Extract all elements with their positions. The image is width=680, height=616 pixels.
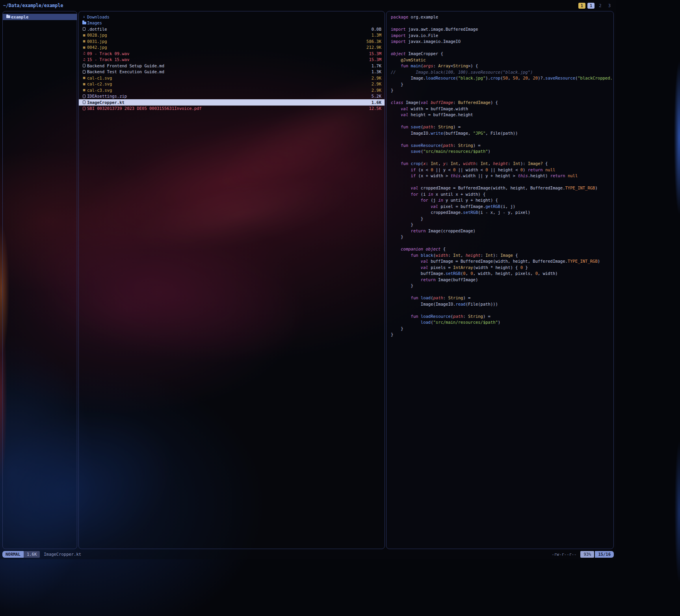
code-line: ImageIO.write(buffImage, "JPG", File(pat… — [391, 130, 613, 137]
file-name: cal-c3.svg — [87, 88, 112, 93]
file-row[interactable]: IDEAsettings.zip5.2K — [79, 93, 385, 100]
code-line: fun main(args: Array<String>) { — [391, 63, 613, 69]
file-row[interactable]: Images — [79, 20, 385, 26]
code-line: class Image(val buffImage: BufferedImage… — [391, 100, 613, 106]
code-line: } — [391, 216, 613, 222]
image-icon: ▦ — [81, 46, 87, 49]
tab-3[interactable]: 3 — [606, 3, 613, 9]
code-line — [391, 94, 613, 100]
archive-icon — [81, 95, 87, 98]
file-size: 0.0B — [368, 27, 381, 32]
code-line: } — [391, 332, 613, 338]
file-size: 1.3K — [368, 69, 381, 74]
file-size: 586.3K — [363, 39, 381, 44]
image-icon: ▦ — [81, 76, 87, 80]
code-line: Image.loadResource("black.jpg").crop(50,… — [391, 75, 613, 82]
image-icon: ▦ — [81, 82, 87, 86]
image-icon: ▦ — [81, 33, 87, 37]
code-line: fun loadResource(path: String) = — [391, 314, 613, 320]
folder-icon — [5, 15, 11, 19]
permissions-text: -rw-r--r-- — [552, 552, 576, 557]
code-line: import java.io.File — [391, 33, 613, 39]
file-row[interactable]: ♫15 - Track 15.wav15.3M — [79, 57, 385, 63]
file-icon — [81, 27, 87, 31]
markdown-icon — [81, 64, 87, 67]
code-line — [391, 20, 613, 27]
file-row[interactable]: ▦cal-c2.svg2.9K — [79, 81, 385, 87]
code-line — [391, 155, 613, 161]
mode-badge: NORMAL — [2, 551, 24, 558]
code-line: fun load(path: String) = — [391, 295, 613, 301]
file-name: 0031.jpg — [87, 39, 107, 44]
file-row[interactable]: ImageCropper.kt1.6K — [79, 99, 385, 106]
code-line — [391, 307, 613, 314]
file-size: 12.5K — [366, 106, 381, 111]
file-name: Downloads — [87, 15, 110, 19]
file-row[interactable]: SBI_0032013739_2023_DE05_0003155631Invoi… — [79, 106, 385, 112]
code-line: } — [391, 87, 613, 94]
kotlin-icon — [81, 100, 87, 104]
file-size: 1.7K — [368, 63, 381, 68]
code-line: val buffImage = BufferedImage(width, hei… — [391, 258, 613, 265]
file-name: ImageCropper.kt — [87, 100, 124, 105]
file-name: cal-c2.svg — [87, 82, 112, 86]
task-count-badge[interactable]: 1 — [578, 3, 585, 9]
code-line: import javax.imageio.ImageIO — [391, 39, 613, 45]
code-line: @JvmStatic — [391, 57, 613, 63]
file-row[interactable]: Backend_Test_Execution_Guide.md1.3K — [79, 69, 385, 75]
code-line: croppedImage.setRGB(i - x, j - y, pixel) — [391, 210, 613, 216]
code-line: if (x + width > this.width || y + height… — [391, 173, 613, 179]
file-row[interactable]: Backend_Frontend_Setup_Guide.md1.7K — [79, 63, 385, 69]
file-size: 2.9K — [368, 88, 381, 93]
file-row[interactable]: ▦0031.jpg586.3K — [79, 38, 385, 45]
file-row[interactable]: .dotfile0.0B — [79, 26, 385, 32]
file-row[interactable]: ▦0042.jpg212.9K — [79, 45, 385, 51]
code-line: val pixel = buffImage.getRGB(i, j) — [391, 204, 613, 210]
file-row[interactable]: ▦cal-c1.svg2.9K — [79, 75, 385, 81]
file-row[interactable]: example — [3, 14, 77, 20]
audio-icon: ♫ — [81, 58, 87, 61]
panes-container: example ↓DownloadsImages.dotfile0.0B▦002… — [2, 11, 614, 549]
file-size: 5.2K — [368, 94, 381, 98]
file-row[interactable]: ↓Downloads — [79, 14, 385, 20]
code-line: load("src/main/resources/$path") — [391, 319, 613, 326]
status-bar: NORMAL 1.6K ImageCropper.kt -rw-r--r-- 9… — [0, 549, 616, 559]
tab-1[interactable]: 1 — [587, 3, 595, 9]
tab-2[interactable]: 2 — [596, 3, 604, 9]
file-name: Backend_Frontend_Setup_Guide.md — [87, 63, 164, 68]
download-icon: ↓ — [81, 15, 87, 19]
terminal-window: ~/Data/example/example 1123 example ↓Dow… — [0, 0, 616, 559]
scroll-percent-badge: 93% — [580, 551, 594, 558]
code-line: fun crop(x: Int, y: Int, width: Int, hei… — [391, 161, 613, 167]
file-name: 09 - Track 09.wav — [87, 51, 129, 56]
code-line: } — [391, 283, 613, 289]
status-filename: ImageCropper.kt — [44, 552, 81, 557]
status-left-group: NORMAL 1.6K ImageCropper.kt — [2, 551, 81, 558]
file-name: Images — [87, 20, 102, 25]
code-line — [391, 136, 613, 143]
file-name: 15 - Track 15.wav — [87, 57, 129, 62]
file-name: 0042.jpg — [87, 45, 107, 50]
code-line — [391, 240, 613, 247]
file-size: 212.9K — [363, 45, 381, 50]
file-row[interactable]: ▦cal-c3.svg2.9K — [79, 87, 385, 93]
parent-directory-list: example — [3, 14, 77, 20]
preview-pane[interactable]: package org.example import java.awt.imag… — [386, 11, 614, 549]
code-line — [391, 289, 613, 295]
code-line: val width = buffImage.width — [391, 106, 613, 112]
file-row[interactable]: ♫09 - Track 09.wav15.3M — [79, 50, 385, 57]
file-name: .dotfile — [87, 27, 107, 32]
code-line: return Image(croppedImage) — [391, 228, 613, 234]
file-size: 1.3M — [368, 33, 381, 37]
file-size-badge: 1.6K — [24, 551, 40, 558]
cursor-position-badge: 15/16 — [595, 551, 614, 558]
code-line: companion object { — [391, 246, 613, 252]
code-line: Image(ImageIO.read(File(path))) — [391, 301, 613, 308]
code-line: buffImage.setRGB(0, 0, width, height, pi… — [391, 271, 613, 277]
top-bar: ~/Data/example/example 1123 — [0, 0, 616, 11]
file-size: 15.3M — [366, 51, 381, 56]
image-icon: ▦ — [81, 88, 87, 92]
file-size: 2.9K — [368, 76, 381, 80]
code-line: import java.awt.image.BufferedImage — [391, 26, 613, 33]
file-row[interactable]: ▦0028.jpg1.3M — [79, 32, 385, 39]
